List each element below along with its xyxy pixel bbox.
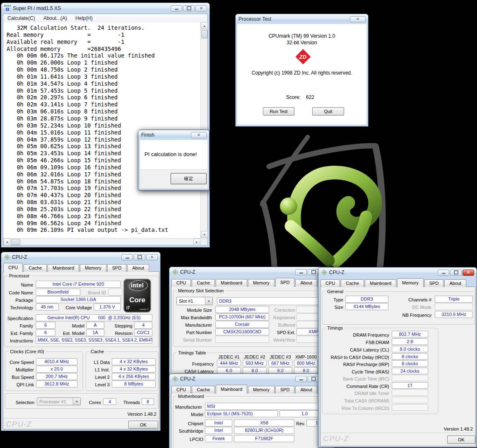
timing-row-label: Total CAS# (tRDRAM) (325, 398, 389, 404)
horizontal-scroll-thumb[interactable] (11, 239, 20, 245)
cpuz-titlebar[interactable]: CPU-Z ✕ (1, 252, 160, 262)
timing-row-label: CAS# Latency (CL) (325, 347, 389, 353)
tab-cache[interactable]: Cache (192, 279, 215, 287)
chevron-down-icon[interactable]: ▼ (73, 398, 80, 405)
package-field: Socket 1366 LGA (36, 296, 121, 303)
scroll-up-button[interactable]: ▲ (201, 22, 208, 29)
tab-mainboard[interactable]: Mainboard (365, 279, 396, 287)
close-button[interactable]: ✕ (146, 254, 158, 260)
quit-button[interactable]: Quit (312, 107, 344, 116)
confirm-button[interactable]: 確定 (171, 173, 207, 184)
maximize-button[interactable] (450, 270, 462, 276)
cpuz-brand-text: CPU-Z (323, 434, 349, 443)
cpuz-tab-strip: CPU Cache Mainboard Memory SPD About (171, 277, 332, 287)
selection-label: Selection (14, 400, 34, 405)
tab-cpu[interactable]: CPU (171, 386, 191, 393)
tab-mainboard[interactable]: Mainboard (216, 385, 247, 394)
cores-label: Cores (87, 400, 101, 405)
cpumark-titlebar[interactable]: Processor Test ✕ (236, 14, 368, 24)
tab-memory[interactable]: Memory (248, 386, 275, 393)
level2-field: 4 x 256 KBytes (112, 373, 156, 380)
chipset-vendor-field: Intel (205, 419, 232, 426)
module-size-field: 2048 MBytes (215, 306, 269, 313)
vertical-scroll-thumb[interactable] (201, 30, 207, 39)
minimize-button[interactable] (295, 376, 307, 382)
zd-logo-text: ZD (299, 54, 306, 60)
tab-about[interactable]: About (127, 264, 149, 272)
memory-tab-panel: General Type DDR3 Channels # Triple Size… (320, 287, 476, 446)
maximize-button[interactable] (308, 376, 319, 382)
menu-about[interactable]: About...(A) (39, 15, 71, 21)
maximize-button[interactable] (134, 254, 145, 260)
brandid-label: Brand ID (83, 290, 106, 296)
maximize-button[interactable] (308, 269, 319, 275)
maximize-button[interactable] (183, 5, 195, 12)
minimize-button[interactable] (295, 269, 307, 275)
minimize-button[interactable] (171, 5, 182, 12)
tab-memory[interactable]: Memory (248, 279, 275, 287)
resize-grip[interactable] (200, 238, 207, 245)
frequency-jedec2: 593 MHz (243, 360, 267, 366)
module-size-label: Module Size (175, 307, 212, 313)
ok-button[interactable]: OK (447, 436, 475, 444)
tab-spd[interactable]: SPD (107, 264, 127, 272)
l1inst-label: L1 Inst. (88, 367, 110, 373)
tab-cache[interactable]: Cache (24, 264, 47, 272)
spd-ext-label: SPD Ext. (272, 330, 295, 335)
tab-spd[interactable]: SPD (275, 386, 295, 393)
tab-cpu[interactable]: CPU (171, 279, 191, 287)
bandwidth-field: PC3-10700H (667 MHz) (215, 313, 269, 320)
rev-label: Rev. (296, 421, 305, 426)
horizontal-scrollbar[interactable]: ◄ ► (3, 238, 200, 245)
cpuz-tab-strip: CPU Cache Mainboard Memory SPD About (171, 384, 332, 393)
tab-mainboard[interactable]: Mainboard (216, 279, 247, 287)
cpuz-titlebar[interactable]: CPU-Z ✕ (318, 267, 477, 277)
qpilink-label: QPI Link (7, 382, 34, 388)
cpumark-body: CPUmark (TM) 99 Version 1.0 32-bit Versi… (237, 24, 366, 125)
tab-spd[interactable]: SPD (424, 279, 444, 287)
extfamily-field: 6 (36, 329, 55, 336)
processor-select[interactable]: Processor #1 ▼ (37, 397, 81, 405)
corespeed-field: 4010.4 MHz (36, 358, 77, 365)
version-text: Version 1.48.2 (430, 426, 473, 431)
timing-row-field: 8 clocks (392, 360, 428, 367)
instructions-label: Instructions (4, 338, 33, 344)
tab-memory[interactable]: Memory (397, 278, 424, 287)
cpuz-titlebar[interactable]: CPU-Z ✕ (169, 267, 334, 277)
finish-titlebar[interactable]: Finish ✕ (138, 130, 209, 140)
tab-about[interactable]: About (295, 279, 317, 287)
cas-xmp: 8.0 (294, 367, 318, 374)
corevoltage-label: Core Voltage (61, 305, 92, 311)
close-button[interactable]: ✕ (350, 16, 366, 22)
run-test-button[interactable]: Run Test (263, 107, 294, 116)
tab-about[interactable]: About (444, 279, 466, 287)
finish-dialog-footer: 確定 (140, 169, 207, 188)
ok-button[interactable]: OK (128, 421, 158, 429)
scroll-left-button[interactable]: ◄ (3, 238, 10, 246)
tab-cache[interactable]: Cache (341, 279, 364, 287)
menu-help[interactable]: Help(H) (71, 15, 96, 21)
tab-mainboard[interactable]: Mainboard (48, 264, 79, 272)
tab-memory[interactable]: Memory (80, 264, 106, 272)
tab-spd[interactable]: SPD (275, 278, 295, 287)
tab-cpu[interactable]: CPU (3, 263, 23, 272)
close-button[interactable]: ✕ (191, 132, 207, 138)
tab-about[interactable]: About (295, 386, 317, 393)
scroll-down-button[interactable]: ▼ (201, 231, 208, 238)
score-label: Score: (286, 94, 301, 100)
chevron-down-icon[interactable]: ▼ (205, 297, 212, 305)
close-button[interactable]: ✕ (463, 270, 474, 276)
tab-cache[interactable]: Cache (192, 386, 215, 393)
processor-select-value: Processor #1 (39, 399, 66, 404)
superpi-titlebar[interactable]: SUPERπ Super PI / mod1.5 XS ✕ (1, 3, 210, 14)
minimize-button[interactable] (121, 254, 133, 260)
scroll-right-button[interactable]: ► (193, 238, 200, 246)
slot-select[interactable]: Slot #1 ▼ (176, 297, 213, 305)
tab-cpu[interactable]: CPU (320, 279, 340, 287)
menu-calculate[interactable]: Calculate(C) (3, 15, 39, 21)
minimize-button[interactable] (438, 270, 449, 276)
cpuz-titlebar[interactable]: CPU-Z ✕ (169, 374, 334, 384)
cpuz-app-icon (4, 254, 10, 260)
mb-manufacturer-field: MSI (205, 403, 330, 410)
close-button[interactable]: ✕ (195, 5, 207, 12)
